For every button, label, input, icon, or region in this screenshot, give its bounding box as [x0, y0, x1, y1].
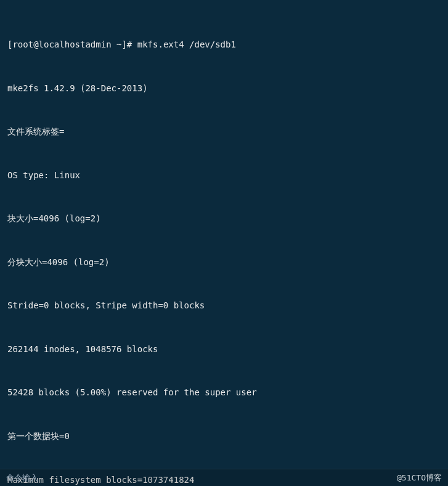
output-line: 文件系统标签= [7, 125, 441, 139]
shell-prompt: [root@localhostadmin ~]# [7, 39, 132, 49]
output-line: 块大小=4096 (log=2) [7, 212, 441, 226]
output-line: OS type: Linux [7, 168, 441, 183]
output-line: Stride=0 blocks, Stripe width=0 blocks [7, 299, 441, 313]
watermark-text: @51CTO博客 [397, 472, 442, 484]
output-line: 52428 blocks (5.00%) reserved for the su… [7, 385, 441, 400]
output-line: mke2fs 1.42.9 (28-Dec-2013) [7, 81, 441, 96]
output-line: 262144 inodes, 1048576 blocks [7, 342, 441, 357]
terminal-output[interactable]: [root@localhostadmin ~]# mkfs.ext4 /dev/… [0, 0, 448, 486]
bottom-bar: 命令输入 @51CTO博客 [0, 469, 448, 486]
output-line: 分块大小=4096 (log=2) [7, 255, 441, 270]
command-text: mkfs.ext4 /dev/sdb1 [137, 39, 236, 49]
output-line: 第一个数据块=0 [7, 429, 441, 444]
command-input-label: 命令输入 [6, 472, 38, 484]
command-line: [root@localhostadmin ~]# mkfs.ext4 /dev/… [7, 38, 441, 52]
